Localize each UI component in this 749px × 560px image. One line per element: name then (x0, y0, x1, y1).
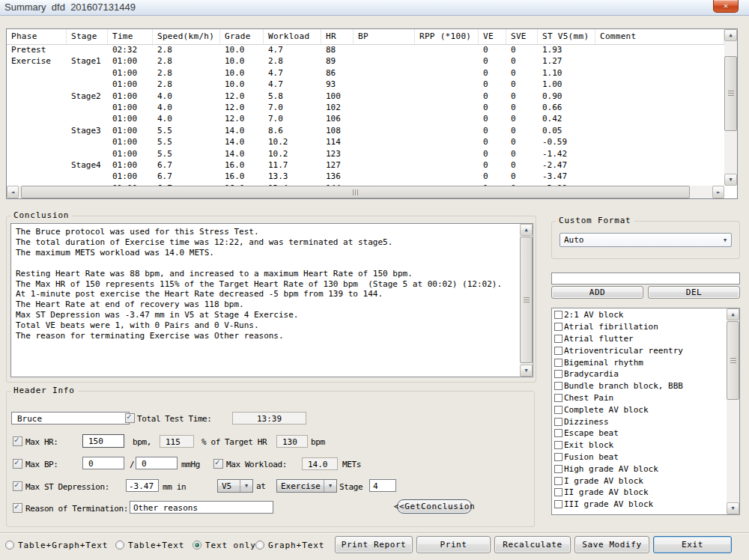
table-row[interactable]: 01:002.810.04.793001.00 (7, 79, 724, 90)
table-hscroll-thumb[interactable] (21, 186, 690, 198)
finding-checkbox[interactable] (554, 347, 562, 355)
del-button[interactable]: DEL (648, 286, 740, 299)
finding-checkbox[interactable] (554, 477, 562, 485)
scroll-up-button[interactable]: ▲ (724, 29, 737, 41)
max-bp-checkbox[interactable]: ✓ (13, 459, 22, 469)
column-header[interactable]: Phase (7, 29, 67, 44)
column-header[interactable]: Stage (67, 29, 108, 44)
max-st-checkbox[interactable]: ✓ (13, 481, 22, 491)
finding-checkbox[interactable] (554, 500, 562, 508)
print-report-button[interactable]: Print Report (335, 536, 413, 553)
max-workload-checkbox[interactable]: ✓ (213, 459, 223, 469)
findings-scrollbar[interactable]: ▲ ▼ (727, 308, 739, 514)
column-header[interactable]: Comment (595, 29, 724, 44)
finding-item[interactable]: 2:1 AV block (552, 309, 727, 321)
get-conclusion-button[interactable]: <<GetConclusion (397, 499, 472, 514)
finding-checkbox[interactable] (554, 406, 562, 414)
finding-checkbox[interactable] (554, 370, 562, 378)
table-vscroll-thumb[interactable] (724, 56, 737, 131)
table-row[interactable]: 01:005.514.010.212300-1.42 (7, 148, 724, 159)
max-bp-systolic-field[interactable]: 0 (82, 457, 124, 469)
finding-checkbox[interactable] (554, 382, 562, 390)
finding-checkbox[interactable] (554, 465, 562, 473)
st-phase-select[interactable]: Exercise ▼ (276, 479, 337, 493)
finding-item[interactable]: Atrial flutter (552, 333, 727, 345)
finding-checkbox[interactable] (554, 418, 562, 426)
st-stage-field[interactable]: 4 (369, 479, 396, 492)
finding-item[interactable]: Chest Pain (552, 392, 727, 404)
print-button[interactable]: Print (416, 536, 491, 553)
finding-item[interactable]: Bigeminal rhythm (552, 356, 727, 368)
table-row[interactable]: Stage401:006.716.011.712700-2.47 (7, 159, 724, 171)
scroll-up-button[interactable]: ▲ (520, 224, 533, 236)
recalculate-button[interactable]: Recalculate (494, 536, 571, 553)
column-header[interactable]: Workload (264, 29, 321, 44)
finding-item[interactable]: Complete AV block (552, 404, 727, 416)
finding-item[interactable]: Exit block (552, 439, 727, 451)
scroll-right-button[interactable]: ► (712, 186, 724, 198)
table-row[interactable]: Stage201:004.012.05.8100000.90 (7, 91, 724, 102)
max-bp-diastolic-field[interactable]: 0 (136, 457, 178, 469)
scroll-down-button[interactable]: ▼ (724, 174, 737, 186)
column-header[interactable]: VE (479, 29, 506, 44)
table-row[interactable]: 01:005.514.010.211400-0.59 (7, 136, 724, 147)
add-button[interactable]: ADD (551, 286, 643, 299)
conclusion-scrollbar[interactable]: ▲ ▼ (520, 224, 533, 377)
table-horizontal-scrollbar[interactable]: ◄ ► (7, 186, 724, 198)
column-header[interactable]: Speed(km/h) (153, 29, 220, 44)
table-row[interactable]: 01:004.012.07.0106000.42 (7, 113, 724, 124)
max-hr-field[interactable]: 150 (82, 434, 124, 448)
table-row[interactable]: 01:004.012.07.0102000.66 (7, 102, 724, 113)
table-row[interactable]: ExerciseStage101:002.810.02.889001.27 (7, 55, 724, 67)
scroll-left-button[interactable]: ◄ (7, 186, 19, 198)
findings-scroll-thumb[interactable] (727, 321, 739, 400)
radio-text-only[interactable]: Text only (192, 540, 256, 550)
finding-item[interactable]: Bradycardia (552, 368, 727, 380)
table-row[interactable]: Stage301:005.514.08.6108000.05 (7, 125, 724, 136)
finding-item[interactable]: Bundle branch block, BBB (552, 380, 727, 392)
finding-item[interactable]: I grade AV block (552, 475, 727, 487)
finding-checkbox[interactable] (554, 429, 562, 437)
finding-item[interactable]: Dizziness (552, 416, 727, 427)
radio-table-graph-text[interactable]: Table+Graph+Text (5, 540, 108, 550)
format-name-input[interactable] (551, 273, 740, 284)
protocol-field[interactable]: Bruce (11, 412, 130, 424)
finding-checkbox[interactable] (554, 394, 562, 402)
finding-checkbox[interactable] (554, 488, 562, 496)
scroll-up-button[interactable]: ▲ (727, 308, 739, 320)
scroll-down-button[interactable]: ▼ (727, 502, 739, 514)
st-lead-select[interactable]: V5 ▼ (217, 479, 253, 493)
max-st-field[interactable]: -3.47 (126, 479, 159, 492)
conclusion-scroll-thumb[interactable] (520, 237, 533, 363)
scroll-down-button[interactable]: ▼ (520, 365, 533, 377)
finding-item[interactable]: II grade AV block (552, 487, 727, 499)
finding-checkbox[interactable] (554, 359, 562, 367)
column-header[interactable]: BP (354, 29, 415, 44)
finding-item[interactable]: Escape beat (552, 427, 727, 439)
finding-checkbox[interactable] (554, 453, 562, 461)
finding-item[interactable]: Atrioventricular reentry (552, 344, 727, 356)
column-header[interactable]: ST V5(mm) (538, 29, 595, 44)
column-header[interactable]: SVE (506, 29, 538, 44)
finding-checkbox[interactable] (554, 311, 562, 319)
radio-graph-text[interactable]: Graph+Text (255, 540, 324, 550)
table-row[interactable]: 01:006.716.013.313600-3.47 (7, 171, 724, 182)
custom-format-select[interactable]: Auto ▼ (560, 233, 732, 247)
finding-checkbox[interactable] (554, 323, 562, 331)
finding-item[interactable]: Fusion beat (552, 451, 727, 463)
max-hr-checkbox[interactable]: ✓ (13, 436, 22, 446)
column-header[interactable]: Time (108, 29, 153, 44)
close-button[interactable]: ✕ (713, 0, 739, 13)
finding-item[interactable]: High grade AV block (552, 463, 727, 475)
table-row[interactable]: Pretest02:322.810.04.788001.93 (7, 44, 724, 55)
finding-checkbox[interactable] (554, 441, 562, 449)
column-header[interactable]: Grade (220, 29, 264, 44)
finding-checkbox[interactable] (554, 335, 562, 343)
finding-item[interactable]: III grade AV block (552, 499, 727, 511)
reason-field[interactable]: Other reasons (130, 501, 273, 514)
total-test-time-checkbox[interactable]: ✓ (125, 413, 135, 423)
conclusion-textarea[interactable]: The Bruce protocol was used for this Str… (10, 223, 533, 377)
save-modify-button[interactable]: Save Modify (574, 536, 649, 553)
column-header[interactable]: RPP (*100) (415, 29, 479, 44)
radio-table-text[interactable]: Table+Text (115, 540, 184, 550)
